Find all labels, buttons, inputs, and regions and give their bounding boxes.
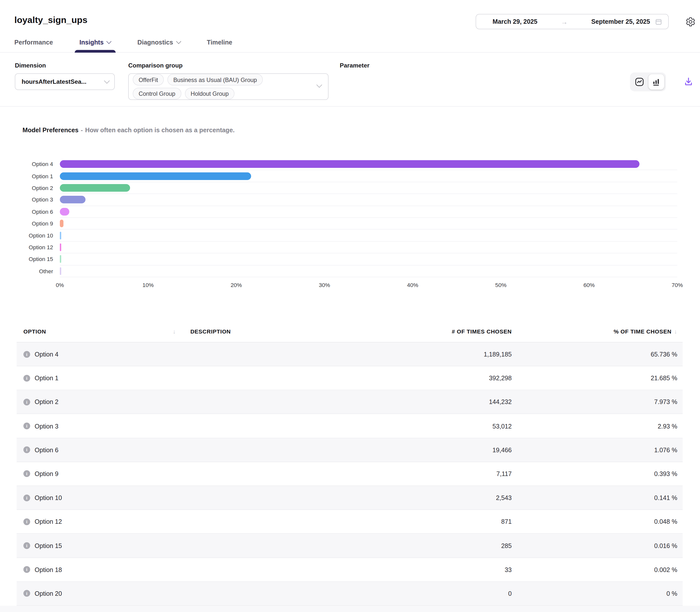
chart-category-label: Option 4: [15, 158, 60, 170]
info-icon[interactable]: i: [24, 422, 30, 429]
table-row: i Option 6 19,466 1.076 %: [17, 438, 683, 462]
parameter-filter: Parameter: [340, 62, 369, 69]
chart-track: [60, 206, 677, 218]
table-row: i Option 9 7,117 0.393 %: [17, 462, 683, 486]
line-chart-view-button[interactable]: [631, 74, 647, 89]
chart-category-label: Option 6: [15, 206, 60, 218]
date-arrow-icon: →: [561, 18, 568, 26]
chart-category-label: Option 9: [15, 218, 60, 230]
chart-row: Option 3: [15, 194, 677, 206]
chart-bar[interactable]: [60, 255, 61, 263]
option-label: Option 6: [35, 446, 58, 454]
dimension-label: Dimension: [15, 62, 115, 69]
pct-chosen-cell: 0.393 %: [512, 470, 683, 477]
chart-bar[interactable]: [60, 220, 63, 227]
chart-bar[interactable]: [60, 208, 69, 215]
comparison-chip[interactable]: OfferFit: [133, 74, 164, 85]
chart-category-label: Other: [15, 265, 60, 277]
x-axis-tick-label: 10%: [142, 282, 154, 288]
tab[interactable]: Timeline: [207, 39, 232, 52]
times-chosen-cell: 144,232: [350, 399, 512, 406]
chart-bar[interactable]: [60, 184, 130, 192]
chart-row: Other: [15, 265, 677, 277]
tab[interactable]: Diagnostics: [137, 39, 180, 52]
chart-subtitle: How often each option is chosen as a per…: [85, 126, 235, 134]
x-axis-tick-label: 70%: [672, 282, 683, 288]
date-start: March 29, 2025: [492, 18, 537, 25]
chevron-down-icon: [176, 39, 181, 44]
option-cell: i Option 20: [17, 590, 179, 597]
chart-bar[interactable]: [60, 232, 61, 239]
comparison-chip[interactable]: Business as Usual (BAU) Group: [168, 74, 263, 85]
download-icon: [683, 76, 694, 87]
comparison-filter: Comparison group OfferFit Business as Us…: [128, 62, 328, 100]
x-axis-tick-label: 0%: [56, 282, 64, 288]
table-row: i Option 10 2,543 0.141 %: [17, 486, 683, 510]
option-cell: i Option 6: [17, 446, 179, 454]
pct-chosen-cell: 0.141 %: [512, 494, 683, 501]
comparison-chip[interactable]: Holdout Group: [185, 88, 235, 99]
chart-bar[interactable]: [60, 267, 61, 275]
info-icon[interactable]: i: [24, 590, 30, 597]
chart-title-separator: -: [81, 126, 83, 134]
x-axis-tick-label: 60%: [584, 282, 595, 288]
option-cell: i Option 2: [17, 399, 179, 406]
date-range-picker[interactable]: March 29, 2025 → September 25, 2025: [476, 14, 669, 29]
info-icon[interactable]: i: [24, 566, 30, 573]
chart-bar[interactable]: [60, 196, 85, 204]
option-label: Option 3: [35, 422, 58, 430]
x-axis-ticks: 0% 10% 20% 30% 40% 50% 60% 70%: [60, 277, 677, 292]
info-icon[interactable]: i: [24, 375, 30, 381]
tab-label: Timeline: [207, 39, 232, 46]
settings-button[interactable]: [685, 16, 697, 28]
pct-chosen-cell: 0.002 %: [512, 566, 683, 573]
chart-bar[interactable]: [60, 160, 640, 168]
table-row: i Option 20 0 0 %: [17, 582, 683, 606]
x-axis-tick-label: 20%: [230, 282, 242, 288]
gear-icon: [686, 16, 696, 27]
info-icon[interactable]: i: [24, 399, 30, 405]
option-label: Option 9: [35, 470, 58, 477]
pct-chosen-cell: 0 %: [512, 590, 683, 597]
times-chosen-cell: 33: [350, 566, 512, 573]
times-chosen-cell: 871: [350, 518, 512, 525]
chart-bar[interactable]: [60, 172, 251, 180]
comparison-select[interactable]: OfferFit Business as Usual (BAU) Group C…: [128, 73, 328, 100]
info-icon[interactable]: i: [24, 542, 30, 549]
chart-track: [60, 230, 677, 242]
table-row: i Option 18 33 0.002 %: [17, 558, 683, 582]
dimension-select[interactable]: hoursAfterLatestSea...: [15, 73, 115, 90]
chevron-down-icon: [317, 82, 322, 88]
chart-category-label: Option 10: [15, 230, 60, 242]
comparison-chip[interactable]: Control Group: [133, 88, 181, 99]
info-icon[interactable]: i: [24, 518, 30, 525]
table-body: i Option 4 1,189,185 65.736 % i Option 1…: [17, 343, 683, 606]
chart-track: [60, 253, 677, 265]
tab-bar: Performance Insights Diagnostics Timelin…: [0, 31, 700, 53]
app-window: loyalty_sign_ups March 29, 2025 → Septem…: [0, 0, 700, 612]
info-icon[interactable]: i: [24, 351, 30, 358]
bar-chart-view-button[interactable]: [648, 74, 664, 89]
table-row: i Option 4 1,189,185 65.736 %: [17, 343, 683, 366]
table-row: i Option 12 871 0.048 %: [17, 510, 683, 534]
table-row: i Option 3 53,012 2.93 %: [17, 414, 683, 438]
table-header-row: OPTION ↓ DESCRIPTION # OF TIMES CHOSEN %…: [17, 321, 683, 343]
chart-category-label: Option 2: [15, 182, 60, 194]
info-icon[interactable]: i: [24, 495, 30, 501]
bar-chart-icon: [652, 78, 661, 86]
chart-row: Option 10: [15, 230, 677, 242]
times-chosen-cell: 285: [350, 542, 512, 549]
column-header-pct-chosen[interactable]: % OF TIME CHOSEN ↓: [512, 328, 683, 335]
info-icon[interactable]: i: [24, 471, 30, 477]
download-button[interactable]: [682, 75, 695, 88]
tab[interactable]: Insights: [80, 39, 111, 52]
top-bar: loyalty_sign_ups March 29, 2025 → Septem…: [0, 0, 700, 31]
chart-bar[interactable]: [60, 244, 61, 251]
pct-chosen-cell: 65.736 %: [512, 350, 683, 358]
chart-track: [60, 182, 677, 194]
option-cell: i Option 9: [17, 470, 179, 477]
tab[interactable]: Performance: [14, 39, 53, 52]
info-icon[interactable]: i: [24, 446, 30, 453]
column-header-option[interactable]: OPTION ↓: [17, 328, 179, 335]
times-chosen-cell: 2,543: [350, 494, 512, 501]
